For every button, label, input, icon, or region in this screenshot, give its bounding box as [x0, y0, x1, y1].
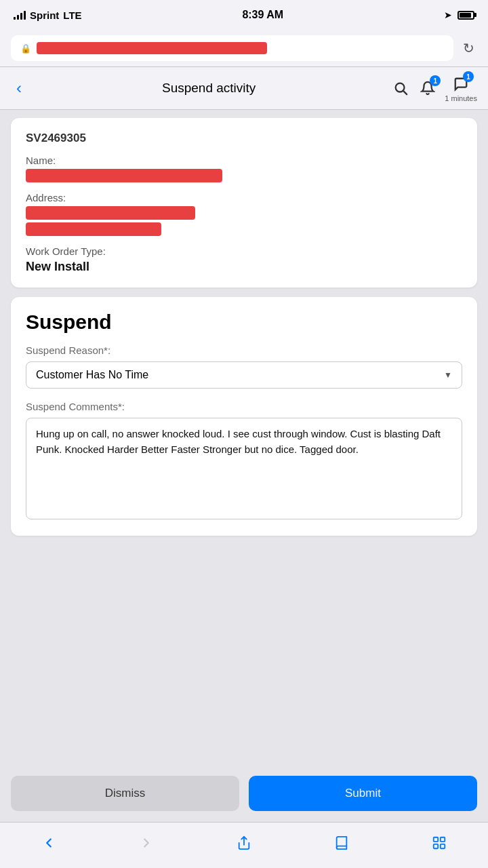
search-icon — [393, 81, 408, 96]
time-display: 8:39 AM — [242, 9, 283, 21]
browser-forward-button[interactable] — [129, 831, 163, 854]
browser-back-button[interactable] — [32, 831, 66, 854]
message-badge: 1 — [463, 71, 474, 82]
suspend-reason-value: Customer Has No Time — [36, 369, 444, 381]
reload-button[interactable]: ↻ — [460, 37, 477, 59]
carrier-name: Sprint — [30, 9, 59, 21]
svg-line-1 — [403, 91, 407, 94]
back-button[interactable]: ‹ — [11, 76, 27, 100]
suspend-title: Suspend — [26, 311, 462, 334]
url-input-area[interactable]: 🔒 — [11, 35, 453, 61]
svg-rect-5 — [434, 844, 438, 848]
share-button[interactable] — [227, 831, 261, 854]
chevron-down-icon: ▼ — [444, 370, 452, 380]
book-icon — [334, 835, 349, 850]
search-button[interactable] — [390, 78, 411, 98]
name-redacted — [26, 169, 222, 182]
address-redacted-line2 — [26, 222, 161, 236]
browser-bottom-nav — [0, 822, 488, 868]
tabs-icon — [432, 835, 447, 850]
url-bar: 🔒 ↻ — [0, 30, 488, 67]
url-redacted — [37, 42, 267, 54]
dismiss-button[interactable]: Dismiss — [11, 776, 239, 811]
notification-badge: 1 — [430, 75, 441, 86]
main-content: SV2469305 Name: Address: Work Order Type… — [0, 110, 488, 765]
svg-rect-3 — [434, 837, 438, 841]
nav-bar: ‹ Suspend activity 1 1 1 minutes — [0, 67, 488, 110]
tabs-button[interactable] — [422, 831, 456, 854]
suspend-reason-select[interactable]: Customer Has No Time ▼ — [26, 361, 462, 389]
address-label: Address: — [26, 192, 462, 203]
status-bar: Sprint LTE 8:39 AM ➤ — [0, 0, 488, 30]
suspend-card: Suspend Suspend Reason*: Customer Has No… — [11, 297, 477, 536]
submit-button[interactable]: Submit — [249, 776, 477, 811]
svg-rect-6 — [441, 844, 445, 848]
reason-label: Suspend Reason*: — [26, 344, 462, 356]
svg-rect-4 — [441, 837, 445, 841]
minutes-label: 1 minutes — [445, 94, 477, 102]
name-label: Name: — [26, 155, 462, 166]
work-order-type-value: New Install — [26, 260, 462, 274]
order-id: SV2469305 — [26, 132, 462, 145]
address-redacted-line1 — [26, 206, 195, 220]
bottom-buttons: Dismiss Submit — [0, 765, 488, 822]
notifications-button[interactable]: 1 — [418, 78, 438, 98]
nav-actions: 1 1 1 minutes — [390, 74, 477, 102]
bookmarks-button[interactable] — [325, 831, 359, 854]
comments-label: Suspend Comments*: — [26, 401, 462, 412]
network-type: LTE — [63, 9, 81, 21]
location-icon: ➤ — [444, 9, 452, 20]
page-title: Suspend activity — [35, 81, 382, 96]
work-order-type-label: Work Order Type: — [26, 245, 462, 257]
signal-icon — [14, 10, 26, 20]
chevron-left-icon — [41, 835, 56, 850]
battery-icon — [458, 11, 474, 20]
share-icon — [237, 835, 251, 850]
chevron-right-icon — [139, 835, 154, 850]
suspend-comments-input[interactable] — [26, 418, 462, 519]
messages-button[interactable]: 1 — [451, 74, 471, 94]
status-icons: ➤ — [444, 9, 474, 20]
work-order-card: SV2469305 Name: Address: Work Order Type… — [11, 118, 477, 288]
lock-icon: 🔒 — [20, 43, 31, 54]
carrier-info: Sprint LTE — [14, 9, 82, 21]
